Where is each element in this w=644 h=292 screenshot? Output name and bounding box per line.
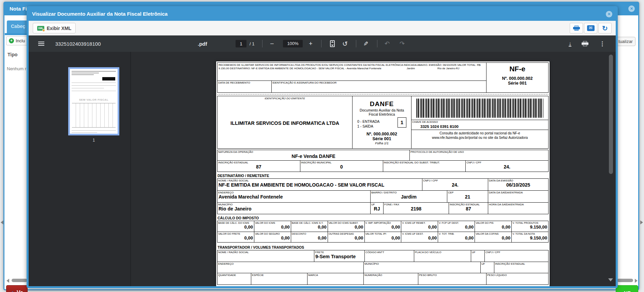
hscroll-left-arrow-icon[interactable] [6,279,9,283]
menu-icon[interactable] [38,42,44,46]
page-scroll-right-arrow-icon[interactable] [640,220,643,224]
printer-icon [573,26,580,31]
volume-cell: PESO LÍQUIDO [486,273,548,284]
imposto-cell: VALOR DO SEGURO 0,00 [254,232,291,242]
destinatario-cnpj: 24. [422,182,488,188]
window-close-icon[interactable]: ✕ [628,5,635,12]
imposto-section-header: CÁLCULO DO IMPOSTO [218,216,549,220]
email-button[interactable]: ✉ [584,23,597,33]
imposto-cell: V. TOTAL PRODUTOS 9.150,00 [511,221,548,232]
pdf-scroll-down-arrow-icon[interactable] [608,278,613,281]
pdf-viewer-area: SEM VALOR FISCAL 1 RECEBEMOS DE ILLIMITA… [29,52,616,286]
destinatario-fone: 2198 [384,206,449,211]
transportador-section-header: TRANSPORTADOR / VOLUMES TRANSPORTADOS [218,245,549,249]
destinatario-uf: RJ [371,206,383,211]
imposto-cell: BASE DE CÁLC. DO ICMS 0,00 [218,221,254,232]
destinatario-municipio: Rio de Janeiro [218,206,370,211]
destinatario-ie: 87 [449,206,488,211]
imposto-cell: OUTRAS DESPESAS 0,00 [328,232,364,242]
print-button[interactable] [570,23,583,33]
chave-acesso-label: CHAVE DE ACESSO [411,120,548,124]
volume-cell: ESPÉCIE [251,273,307,284]
zoom-in-button[interactable]: + [309,40,313,47]
data-emissao: 06/10/2025 [488,182,548,188]
imposto-cell: VALOR DO PIS 0,00 [475,221,511,232]
danfe-destinatario-block: NOME / RAZÃO SOCIAL NF-E EMITIDA EM AMBI… [217,178,549,214]
inscricao-cell: INSCRIÇÃO MUNICIPAL 0 [300,161,383,172]
thumbnail-preview: SEM VALOR FISCAL [70,69,118,134]
empty-list-text: Nenhum r [7,66,26,71]
imposto-cell: V. ICMS UF REMET. 0,00 [401,221,438,232]
tab-cabecalho[interactable]: Cabeç [7,20,28,33]
inscricao-cell: CNPJ / CPF 24. [465,161,548,172]
modal-close-icon[interactable]: ✕ [606,11,612,17]
danfe-transportador-block: NOME / RAZÃO SOCIAL FRETE 9-Sem Transpor… [217,250,549,285]
thumbnail-barcode [102,77,115,81]
fit-page-icon[interactable] [330,40,335,47]
download-icon[interactable]: ↓ [569,41,571,47]
pdf-print-icon[interactable] [582,41,588,46]
more-options-icon[interactable]: ⋮ [599,40,605,47]
zoom-out-button[interactable]: − [270,40,274,48]
barcode [416,99,543,118]
pdf-vscrollbar-thumb[interactable] [609,55,613,174]
danfe-imposto-block: BASE DE CÁLC. DO ICMS 0,00 VALOR DO ICMS… [217,221,549,243]
voltar-button-label: Vo [17,290,23,292]
refresh-button[interactable]: ↻ [598,23,612,33]
destinatario-nome: NF-E EMITIDA EM AMBIENTE DE HOMOLOGACAO … [218,182,422,188]
exibir-xml-button[interactable]: XML Exibir XML [33,23,76,33]
destinatario-cep: 21 [447,194,488,200]
imposto-cell: VALOR DO ICMS 0,00 [254,221,291,232]
emitente-nome: ILLIMITAR SERVICOS DE INFORMATICA LTDA [218,120,352,126]
imposto-cell: VALOR DA COFINS 0,00 [475,232,511,242]
annotate-pen-icon[interactable]: ✎ [363,40,368,47]
pdf-toolbar: 3325102403918100 .pdf / 1 − 100% + ↺ ✎ ↶… [29,35,616,52]
modal-toolbar: XML Exibir XML ✉ ↻ [29,21,616,35]
inscricao-cell: INSCRIÇÃO ESTADUAL 87 [218,161,300,172]
imposto-cell: V. FCP UF DEST. 0,00 [438,221,475,232]
hscroll-thumb-right[interactable] [617,279,633,282]
refresh-icon: ↻ [602,25,608,32]
undo-icon[interactable]: ↶ [385,40,390,47]
envelope-icon: ✉ [587,25,595,31]
hscroll-right-arrow-icon[interactable] [635,279,638,283]
danfe-natureza-block: NATUREZA DA OPERAÇÃO NF-e Venda DANFE PR… [217,150,549,172]
chave-acesso-valor: 3325 1024 0391 8100 [411,124,548,130]
tab-strip [5,33,27,35]
plus-icon: + [9,38,14,43]
imposto-cell: V. ICMS UF DEST. 0,00 [401,232,438,242]
inscricao-cell: INSCRIÇÃO ESTADUAL DO SUBST. TRIBUT. [383,161,466,172]
imposto-cell: VALOR DO ICMS SUBST. 0,00 [328,221,364,232]
volume-cell: QUANTIDADE [218,273,251,284]
rotate-icon[interactable]: ↺ [342,40,348,48]
thumbnail-page-number: 1 [68,138,119,143]
destinatario-endereco: Avenida Marechal Fontenele [218,194,370,200]
hscroll-thumb-left[interactable] [12,279,27,282]
zoom-level[interactable]: 100% [283,40,303,47]
volume-cell: PESO BRUTO [418,273,486,284]
thumbnail-watermark: SEM VALOR FISCAL [70,98,118,101]
page-scroll-left-arrow-icon[interactable] [1,220,3,224]
danfe-title-box: DANFE Documento Auxiliar da Nota Fiscal … [352,96,411,148]
imposto-cell: BASE DE CÁLC. ICMS S.T. 0,00 [291,221,328,232]
canhoto-nfe-box: NF-e Nº. 000.000.002 Série 001 [486,63,548,92]
page-thumbnail[interactable]: SEM VALOR FISCAL [68,67,119,135]
imposto-cell: V. TOTAL DA NOTA 9.150,00 [511,232,548,242]
atualizar-button[interactable]: tualizar [616,37,635,46]
redo-icon[interactable]: ↷ [400,40,405,47]
pdf-filename: 3325102403918100 [55,41,101,47]
page-number-input[interactable] [236,40,246,47]
natureza-operacao-valor: NF-e Venda DANFE [218,154,409,159]
consulta-autenticidade: Consulta de autenticidade no portal naci… [411,130,548,141]
voltar-button[interactable]: ‹ Vo [6,285,28,292]
canhoto-recebemos-text: RECEBEMOS DE ILLIMITAR SERVICOS DE INFOR… [218,63,486,81]
pdf-extension: .pdf [198,41,207,47]
page-total: / 1 [250,41,254,46]
destinatario-section-header: DESTINATÁRIO / REMETENTE [218,174,549,178]
frete-modalidade: 9-Sem Transporte [314,254,364,259]
volume-cell: MARCA [307,273,363,284]
tipo-column-header: Tipo [8,52,17,57]
danfe-document: RECEBEMOS DE ILLIMITAR SERVICOS DE INFOR… [216,61,550,286]
nfe-submit-button[interactable]: r NF-e [616,285,638,292]
exibir-xml-label: Exibir XML [47,26,71,31]
